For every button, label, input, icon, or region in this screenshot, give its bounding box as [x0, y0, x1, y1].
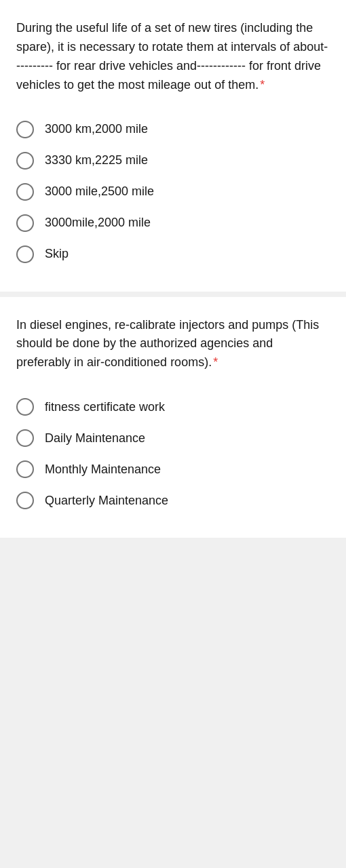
radio-circle[interactable]: [16, 492, 34, 509]
option-label: Daily Maintenance: [45, 430, 145, 447]
option-label: 3000mile,2000 mile: [45, 214, 151, 231]
question-card-2: In diesel engines, re-calibrate injector…: [0, 297, 346, 538]
option-item[interactable]: 3000 km,2000 mile: [16, 114, 330, 145]
option-item[interactable]: Daily Maintenance: [16, 422, 330, 454]
option-label: 3330 km,2225 mile: [45, 152, 148, 169]
radio-circle[interactable]: [16, 152, 34, 170]
option-item[interactable]: 3330 km,2225 mile: [16, 145, 330, 176]
options-list-2: fitness certificate work Daily Maintenan…: [16, 391, 330, 516]
radio-circle[interactable]: [16, 245, 34, 263]
radio-circle[interactable]: [16, 398, 34, 416]
option-item[interactable]: fitness certificate work: [16, 391, 330, 422]
question-body-1: During the useful life of a set of new t…: [16, 21, 328, 92]
question-body-2: In diesel engines, re-calibrate injector…: [16, 318, 319, 370]
question-card-1: During the useful life of a set of new t…: [0, 0, 346, 292]
option-label: Skip: [45, 245, 69, 262]
radio-circle[interactable]: [16, 121, 34, 138]
option-label: 3000 km,2000 mile: [45, 121, 148, 138]
required-star-2: *: [213, 355, 218, 369]
option-label: fitness certificate work: [45, 399, 165, 416]
question-text-1: During the useful life of a set of new t…: [16, 19, 330, 95]
radio-circle[interactable]: [16, 429, 34, 447]
options-list-1: 3000 km,2000 mile 3330 km,2225 mile 3000…: [16, 114, 330, 270]
option-item[interactable]: Monthly Maintenance: [16, 454, 330, 485]
option-item[interactable]: 3000 mile,2500 mile: [16, 176, 330, 208]
option-label: Monthly Maintenance: [45, 461, 161, 478]
option-item[interactable]: 3000mile,2000 mile: [16, 208, 330, 239]
radio-circle[interactable]: [16, 183, 34, 201]
option-label: 3000 mile,2500 mile: [45, 183, 154, 200]
question-text-2: In diesel engines, re-calibrate injector…: [16, 316, 330, 373]
radio-circle[interactable]: [16, 460, 34, 478]
required-star-1: *: [260, 78, 265, 92]
radio-circle[interactable]: [16, 214, 34, 232]
option-label: Quarterly Maintenance: [45, 492, 168, 509]
option-item[interactable]: Skip: [16, 239, 330, 270]
option-item[interactable]: Quarterly Maintenance: [16, 485, 330, 516]
